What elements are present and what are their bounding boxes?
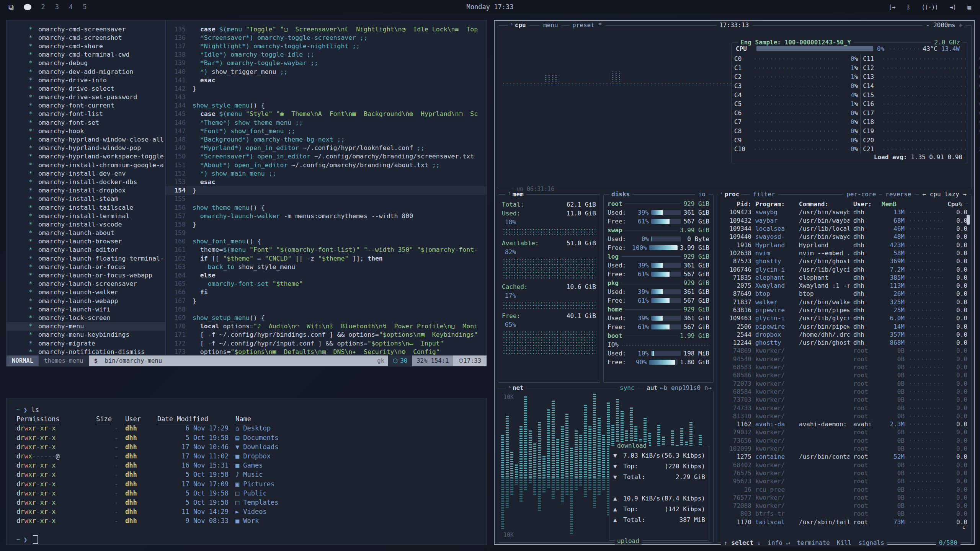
file-list-item[interactable]: *omarchy-install-vscode — [7, 220, 165, 228]
process-row[interactable]: 102638nvimnvim --embed .dhh58M·········0… — [717, 249, 971, 257]
process-row[interactable]: 72073kworker/root0B·········0.0 — [717, 380, 971, 388]
proc-scrollbar[interactable] — [967, 215, 970, 225]
net-sync-button[interactable]: sync — [617, 384, 638, 391]
process-row[interactable]: 68586kworker/root0B·········0.0 — [717, 371, 971, 379]
process-row[interactable]: 109432waybar/usr/bin/waybardhh68M·······… — [717, 217, 971, 225]
filter-button[interactable]: filter — [750, 191, 778, 198]
process-row[interactable]: 102099kworker/root0B·········0.0 — [717, 445, 971, 453]
process-row[interactable]: 68584kworker/root0B·········0.0 — [717, 388, 971, 396]
logout-icon[interactable]: [→ — [889, 3, 895, 11]
file-list-item[interactable]: *omarchy-notification-dismiss — [7, 347, 165, 355]
file-list-item[interactable]: *omarchy-install-docker-dbs — [7, 178, 165, 186]
process-row[interactable]: 81310kworker/root0B·········0.0 — [717, 412, 971, 420]
process-row[interactable]: 1162avahi-daavahi-daemon: running [avahi… — [717, 420, 971, 428]
file-list-item[interactable]: *omarchy-install-tailscale — [7, 203, 165, 212]
code-pane[interactable]: 135 case $(menu "Toggle" "▢ Screensaver\… — [166, 20, 487, 355]
process-row[interactable]: 74733kworker/root0B·········0.0 — [717, 404, 971, 412]
process-row[interactable]: 74869kworker/root0B·········0.0 — [717, 347, 971, 355]
select-up-key[interactable]: ↑ — [724, 539, 728, 546]
workspace-5[interactable]: 5 — [83, 3, 87, 11]
sort-selector[interactable]: ← cpu lazy → — [919, 191, 970, 198]
file-list-item[interactable]: *omarchy-launch-floating-terminal- — [7, 254, 165, 262]
file-list-item[interactable]: *omarchy-dev-add-migration — [7, 67, 165, 76]
file-list-item[interactable]: *omarchy-cmd-screenshot — [7, 33, 165, 42]
workspace-2[interactable]: 2 — [41, 3, 45, 11]
file-list-item[interactable]: *omarchy-hyprland-workspace-toggle — [7, 152, 165, 161]
file-list-item[interactable]: *omarchy-migrate — [7, 339, 165, 347]
update-interval[interactable]: - 2000ms + — [923, 21, 966, 29]
process-row[interactable]: 73703kworker/root0B·········0.0 — [717, 396, 971, 404]
file-list-item[interactable]: *omarchy-launch-editor — [7, 246, 165, 254]
prompt-line-2[interactable]: ~❯ — [16, 535, 487, 544]
process-row[interactable]: 1170tailscal/usr/sbin/tailscaled --root7… — [717, 518, 971, 526]
file-list-item[interactable]: *omarchy-debug — [7, 59, 165, 67]
file-list-item[interactable]: *omarchy-install-steam — [7, 195, 165, 203]
launcher-icon[interactable]: ⧉ — [8, 3, 14, 11]
file-list-item[interactable]: *omarchy-drive-set-password — [7, 93, 165, 101]
process-row[interactable]: 109463glycin-i/usr/lib/glycin-loadersdhh… — [717, 314, 971, 322]
file-list-item[interactable]: *omarchy-install-dev-env — [7, 169, 165, 178]
file-list-item[interactable]: *omarchy-launch-or-focus — [7, 262, 165, 271]
terminal-window[interactable]: ~❯ls PermissionsSizeUserDate ModifiedNam… — [6, 398, 487, 545]
file-list-item[interactable]: *omarchy-install-chromium-google-a — [7, 161, 165, 169]
process-row[interactable]: 1916HyprlandHyprlanddhh423M·········0.0 — [717, 241, 971, 249]
file-list-item[interactable]: *omarchy-launch-about — [7, 229, 165, 237]
process-row[interactable]: 63816pipewire/usr/bin/pipewiredhh25M····… — [717, 306, 971, 314]
file-list-item[interactable]: *omarchy-launch-walker — [7, 288, 165, 297]
process-row[interactable]: 803btrfs-trroot0B·········0.0 — [717, 510, 971, 518]
process-row[interactable]: 79032kworker/root0B·········0.0 — [717, 428, 971, 436]
file-list-item[interactable]: *omarchy-font-list — [7, 110, 165, 118]
terminate-button[interactable]: terminate — [797, 539, 830, 546]
file-list-item[interactable]: *omarchy-cmd-terminal-cwd — [7, 51, 165, 59]
reverse-button[interactable]: reverse — [882, 191, 914, 198]
workspace-1-active[interactable] — [24, 4, 31, 10]
file-list-item[interactable]: *omarchy-drive-select — [7, 84, 165, 93]
process-row[interactable]: 72088kworker/root0B·········0.0 — [717, 502, 971, 510]
file-list-item[interactable]: *omarchy-install-dropbox — [7, 186, 165, 195]
process-row[interactable]: 87573ghostty/usr/bin/ghostty --gtk-dhh36… — [717, 257, 971, 265]
process-row[interactable]: 76577kworker/root0B·········0.0 — [717, 494, 971, 502]
file-list-item[interactable]: *omarchy-install-terminal — [7, 212, 165, 220]
volume-icon[interactable]: ◄) — [949, 3, 956, 11]
file-list-item[interactable]: *omarchy-font-current — [7, 101, 165, 110]
process-row[interactable]: 109440swayosd-/usr/bin/swayosd-serverdhh… — [717, 233, 971, 241]
file-list-item[interactable]: *omarchy-menu-keybindings — [7, 331, 165, 339]
process-row[interactable]: 71835elephantelephantdhh385M·········0.0 — [717, 274, 971, 282]
process-row[interactable]: 95673kworker/root0B·········0.0 — [717, 477, 971, 485]
network-icon[interactable]: ((·)) — [921, 3, 938, 11]
process-row[interactable]: 1275containe/usr/bin/containerdroot52M··… — [717, 453, 971, 461]
process-row[interactable]: 109344localsea/usr/lib/localsearch-exdhh… — [717, 225, 971, 233]
process-row[interactable]: 73656kworker/root0B·········0.0 — [717, 437, 971, 445]
file-list-item[interactable]: *omarchy-launch-webapp — [7, 297, 165, 305]
process-row[interactable]: 68583kworker/root0B·········0.0 — [717, 363, 971, 371]
file-list-item[interactable]: *omarchy-cmd-screensaver — [7, 25, 165, 33]
file-list-item[interactable]: *omarchy-menu — [7, 322, 165, 331]
file-list-item[interactable]: *omarchy-launch-or-focus-webapp — [7, 271, 165, 279]
menu-button[interactable]: menu — [540, 21, 561, 29]
cpu-icon[interactable]: ▦ — [967, 3, 971, 11]
scroll-down-icon[interactable]: ↓ — [962, 523, 966, 531]
process-row[interactable]: 2075XwaylandXwayland :1 -rootless -dhh11… — [717, 282, 971, 290]
process-row[interactable]: 16rcu_preeroot0B·········0.0 — [717, 485, 971, 493]
select-down-key[interactable]: ↓ — [757, 539, 761, 546]
workspace-3[interactable]: 3 — [55, 3, 59, 11]
process-row[interactable]: 2506pipewire/usr/bin/pipewire-pulsedhh14… — [717, 322, 971, 330]
process-row[interactable]: 94540kworker/root0B·········0.0 — [717, 355, 971, 363]
workspace-4[interactable]: 4 — [69, 3, 73, 11]
io-mode-button[interactable]: io — [695, 191, 709, 198]
file-list-item[interactable]: *omarchy-drive-info — [7, 76, 165, 84]
process-row[interactable]: 12244ghostty/usr/bin/ghostty --gtk-dhh86… — [717, 339, 971, 347]
file-list-item[interactable]: *omarchy-hyprland-window-pop — [7, 144, 165, 152]
file-list-item[interactable]: *omarchy-launch-browser — [7, 237, 165, 246]
signals-button[interactable]: signals — [858, 539, 884, 546]
file-list-item[interactable]: *omarchy-font-set — [7, 118, 165, 127]
file-list-item[interactable]: *omarchy-hyprland-window-close-all — [7, 135, 165, 143]
file-list-item[interactable]: *omarchy-launch-wifi — [7, 305, 165, 313]
file-list-item[interactable]: *omarchy-launch-screensaver — [7, 280, 165, 288]
preset-button[interactable]: preset * — [569, 21, 605, 29]
process-row[interactable]: 68402kworker/root0B·········0.0 — [717, 461, 971, 469]
net-interface[interactable]: ←b enp191s0 n→ — [657, 384, 715, 391]
process-row[interactable]: 87649btopbtopdhh26M·········0.0 — [717, 290, 971, 298]
per-core-button[interactable]: per-core — [843, 191, 879, 198]
file-list-item[interactable]: *omarchy-lock-screen — [7, 313, 165, 322]
